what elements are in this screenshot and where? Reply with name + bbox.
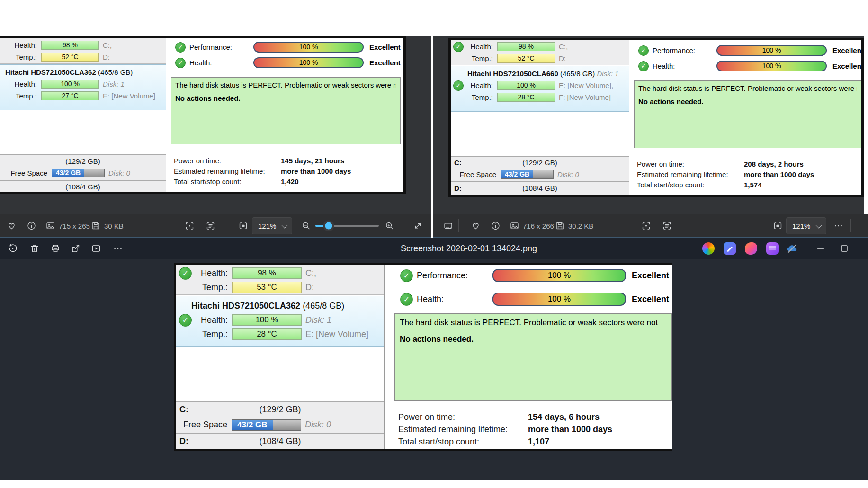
performance-rating: Excellent <box>632 271 669 281</box>
zoom-level-dropdown[interactable]: 121% <box>786 217 826 234</box>
status-message-box: The hard disk status is PERFECT. Problem… <box>634 80 861 148</box>
partition-size: (108/4 GB) <box>0 183 166 191</box>
volume-label: E: [New Volume], <box>559 81 613 89</box>
temp-label: Temp.: <box>0 92 37 100</box>
info-button[interactable] <box>491 221 501 231</box>
partition-size: (108/4 GB) <box>451 184 629 192</box>
disk-capacity: (465/8 GB) <box>98 68 133 76</box>
copilot-icon[interactable] <box>702 242 715 255</box>
disk-summary-panel: ✓ Performance: 100 % Excellent ✓ Health:… <box>170 38 402 192</box>
slideshow-button[interactable] <box>91 243 101 254</box>
disk-summary-panel: ✓ Performance: 100 % Excellent ✓ Health:… <box>394 265 672 449</box>
fit-to-window-button[interactable] <box>773 221 783 231</box>
filmstrip-toggle-button[interactable] <box>443 221 453 231</box>
info-value: more than 1000 days <box>281 166 351 177</box>
edit-image-icon[interactable] <box>724 242 736 255</box>
info-button[interactable] <box>27 221 36 231</box>
share-button[interactable] <box>71 243 81 254</box>
photo-content-top-left: Health: 98 % C:, Temp.: 52 °C D: Hitachi… <box>0 36 406 194</box>
info-label: Power on time: <box>637 159 744 169</box>
fullscreen-button[interactable] <box>413 221 423 231</box>
health-bar: 98 % <box>41 41 99 50</box>
health-label: Health: <box>0 80 37 88</box>
volume-label: C:, <box>103 41 112 49</box>
status-message-box: The hard disk status is PERFECT. Problem… <box>394 313 672 401</box>
temp-bar: 28 °C <box>232 328 302 340</box>
photo-content-top-right: ✓ Health: 98 % C:, Temp.: 52 °C D: Hitac… <box>448 38 864 197</box>
selected-disk-block[interactable]: Hitachi HDS721050CLA660 (465/8 GB) Disk:… <box>451 66 629 112</box>
disk-number: Disk: 0 <box>557 170 579 178</box>
clipchamp-icon[interactable] <box>766 242 779 255</box>
info-label: Total start/stop count: <box>637 180 744 190</box>
visual-search-button[interactable] <box>641 221 651 231</box>
performance-bar: 100 % <box>492 269 626 282</box>
disk-number: Disk: 1 <box>103 80 125 88</box>
zoom-slider[interactable] <box>315 225 379 227</box>
health-bar: 100 % <box>716 61 827 71</box>
info-value: 1,420 <box>281 177 299 187</box>
partition-c-block[interactable]: (129/2 GB) Free Space 43/2 GB Disk: 0 <box>0 154 166 180</box>
temp-bar: 28 °C <box>497 93 555 102</box>
favorite-button[interactable] <box>471 221 481 231</box>
disk-number: Disk: 0 <box>108 169 130 177</box>
info-label: Estimated remaining lifetime: <box>398 423 528 435</box>
more-options-button[interactable] <box>113 243 123 254</box>
disk-list-panel: ✓ Health: 98 % C:, Temp.: 52 °C D: Hitac… <box>451 40 629 195</box>
volume-label: C:, <box>305 268 316 278</box>
partition-d-block[interactable]: D: (108/4 GB) <box>176 433 384 451</box>
volume-label: E: [New Volume] <box>305 329 368 339</box>
check-icon: ✓ <box>638 45 649 56</box>
visual-search-button[interactable] <box>185 221 195 231</box>
titlebar-divider <box>806 242 806 255</box>
zoom-slider-handle[interactable] <box>323 221 334 231</box>
maximize-button[interactable] <box>839 243 850 254</box>
info-value: 1,574 <box>744 180 762 190</box>
partition-c-block[interactable]: C: (129/2 GB) Free Space 43/2 GB Disk: 0 <box>176 401 384 434</box>
info-value: 145 days, 21 hours <box>281 156 344 166</box>
health-label: Health: <box>653 62 716 70</box>
selected-disk-block[interactable]: Hitachi HDS721050CLA362 (465/8 GB) Healt… <box>0 64 166 110</box>
image-dimensions-icon <box>510 221 519 231</box>
performance-rating: Excellent <box>369 43 401 51</box>
zoom-in-button[interactable] <box>385 221 394 231</box>
onedrive-offline-icon <box>786 242 798 255</box>
health-label: Health: <box>0 41 37 49</box>
temp-bar: 52 °C <box>41 53 99 62</box>
performance-label: Performance: <box>189 43 253 51</box>
image-dimensions-icon <box>45 221 55 231</box>
system-disk-temp-row: Temp.: 52 °C D: <box>0 51 166 63</box>
fit-to-window-button[interactable] <box>238 221 248 231</box>
print-button[interactable] <box>50 243 61 254</box>
system-disk-temp-row: Temp.: 52 °C D: <box>451 53 629 64</box>
check-icon: ✓ <box>400 293 413 306</box>
partition-d-block[interactable]: (108/4 GB) <box>0 180 166 194</box>
text-actions-button[interactable] <box>662 221 672 231</box>
designer-icon[interactable] <box>745 242 757 255</box>
zoom-out-button[interactable] <box>301 221 311 231</box>
minimize-button[interactable] <box>815 243 826 254</box>
performance-rating: Excellent <box>832 46 864 54</box>
check-icon: ✓ <box>453 42 464 52</box>
selected-disk-block[interactable]: Hitachi HDS721050CLA362 (465/8 GB) ✓ Hea… <box>176 296 384 347</box>
more-options-button[interactable] <box>833 221 843 231</box>
disk-number: Disk: 0 <box>305 420 331 430</box>
volume-label: D: <box>559 54 566 62</box>
zoom-level-dropdown[interactable]: 121% <box>252 217 292 234</box>
partition-d-block[interactable]: D: (108/4 GB) <box>451 181 629 195</box>
viewer-toolbar-left: 715 x 265 30 KB 121% <box>0 214 431 237</box>
volume-label: F: [New Volume] <box>559 93 611 101</box>
info-label: Power on time: <box>398 411 528 423</box>
volume-label: E: [New Volume] <box>103 92 155 100</box>
system-disk-temp-row: Temp.: 53 °C D: <box>176 280 384 294</box>
rotate-button[interactable] <box>8 243 18 254</box>
delete-button[interactable] <box>29 243 40 254</box>
system-disk-health-row: ✓ Health: 98 % C:, <box>451 41 629 53</box>
temp-label: Temp.: <box>192 283 228 293</box>
favorite-button[interactable] <box>7 221 17 231</box>
window-title: Screenshot 2026-02-01 134024.png <box>401 243 537 253</box>
performance-bar: 100 % <box>253 42 364 53</box>
disk-capacity: (465/8 GB) <box>560 70 595 78</box>
text-actions-button[interactable] <box>206 221 215 231</box>
partition-c-block[interactable]: C: (129/2 GB) Free Space 43/2 GB Disk: 0 <box>451 156 629 182</box>
disk-model: Hitachi HDS721050CLA660 <box>467 70 558 78</box>
